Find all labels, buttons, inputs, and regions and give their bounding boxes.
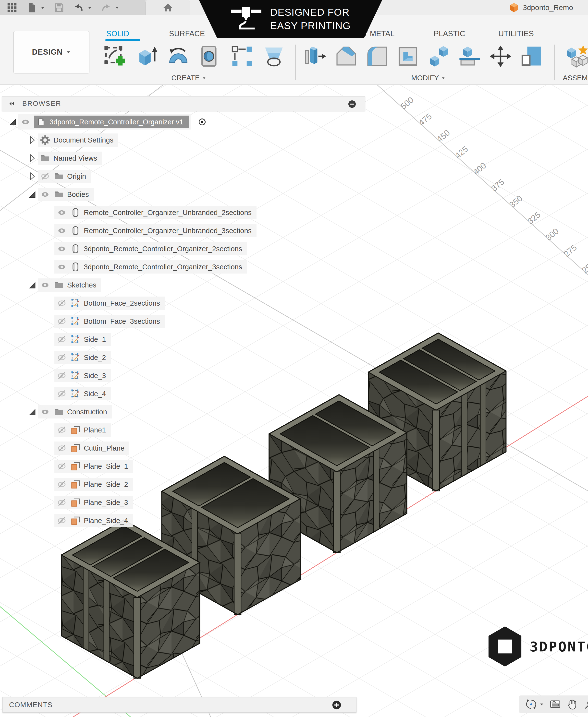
- tree-label[interactable]: Origin: [67, 172, 86, 180]
- selected-node-box[interactable]: 3dponto_Remote_Controller_Organizer v1: [34, 115, 189, 128]
- tree-label[interactable]: Document Settings: [54, 136, 113, 144]
- document-tab[interactable]: 3dponto_Remo: [509, 0, 573, 15]
- loft-tool-button[interactable]: [260, 43, 287, 70]
- comments-bar[interactable]: COMMENTS: [2, 697, 356, 713]
- tree-label[interactable]: Plane1: [84, 426, 106, 434]
- pan-icon[interactable]: [566, 698, 578, 710]
- tree-label[interactable]: Plane_Side_4: [84, 517, 128, 525]
- tree-label[interactable]: Side_1: [84, 335, 106, 344]
- tree-row-named-views[interactable]: Named Views: [2, 149, 365, 167]
- tree-row-side-1[interactable]: Side_1: [2, 330, 365, 348]
- tree-node[interactable]: Side_4: [55, 387, 111, 400]
- chevron-down-icon[interactable]: [87, 5, 92, 10]
- save-icon[interactable]: [54, 2, 65, 13]
- tree-node[interactable]: Plane_Side_3: [55, 496, 133, 509]
- tree-row-construction[interactable]: Construction: [2, 403, 365, 421]
- hidden-eye-icon[interactable]: [56, 316, 67, 327]
- tree-label[interactable]: 3dponto_Remote_Controller_Organizer_3sec…: [84, 263, 242, 271]
- tree-label[interactable]: Side_2: [84, 354, 106, 362]
- tree-row-remote-controller-organizer-unbranded-2s[interactable]: Remote_Controller_Organizer_Unbranded_2s…: [2, 203, 365, 222]
- hidden-eye-icon[interactable]: [56, 352, 67, 363]
- expander-collapsed[interactable]: [26, 134, 38, 146]
- tree-node[interactable]: Plane_Side_4: [55, 514, 133, 527]
- tree-label[interactable]: Side_4: [84, 390, 106, 398]
- document-tab-label[interactable]: 3dponto_Remo: [523, 3, 573, 12]
- tree-label[interactable]: Bottom_Face_2sections: [84, 299, 160, 307]
- tree-label[interactable]: Named Views: [54, 154, 97, 162]
- tab-utilities[interactable]: UTILITIES: [498, 29, 534, 38]
- new-component-tool-button[interactable]: [564, 43, 588, 70]
- tree-node[interactable]: Remote_Controller_Organizer_Unbranded_2s…: [55, 206, 256, 219]
- group-label-create[interactable]: CREATE: [171, 74, 206, 82]
- expander-collapsed[interactable]: [26, 153, 38, 164]
- hidden-eye-icon[interactable]: [56, 461, 67, 472]
- tree-row-3dponto-remote-controller-organizer-v1[interactable]: 3dponto_Remote_Controller_Organizer v1: [2, 113, 365, 131]
- tree-row-plane-side-2[interactable]: Plane_Side_2: [2, 475, 365, 494]
- caret-icon[interactable]: [540, 702, 544, 707]
- browser-minimize-button[interactable]: [348, 100, 357, 109]
- expander-expanded[interactable]: [26, 279, 38, 291]
- tree-label[interactable]: 3dponto_Remote_Controller_Organizer_2sec…: [84, 245, 242, 253]
- tree-node[interactable]: Cuttin_Plane: [55, 441, 129, 455]
- revolve-tool-button[interactable]: [165, 43, 192, 70]
- hidden-eye-icon[interactable]: [56, 425, 67, 435]
- tree-row-bottom-face-3sections[interactable]: Bottom_Face_3sections: [2, 312, 365, 330]
- home-icon[interactable]: [163, 2, 173, 13]
- extrude-tool-button[interactable]: [133, 43, 160, 70]
- tree-label[interactable]: Plane_Side_1: [84, 462, 128, 471]
- tree-node[interactable]: Plane_Side_2: [55, 478, 133, 491]
- tree-node[interactable]: Plane1: [55, 423, 111, 437]
- visibility-eye-icon[interactable]: [56, 243, 67, 254]
- hidden-eye-icon[interactable]: [56, 479, 67, 490]
- visibility-eye-icon[interactable]: [40, 189, 50, 200]
- tree-node[interactable]: Named Views: [38, 152, 102, 165]
- tree-label[interactable]: Remote_Controller_Organizer_Unbranded_3s…: [84, 227, 252, 235]
- chevrons-left-icon[interactable]: [7, 100, 16, 108]
- tree-node[interactable]: Bodies: [38, 188, 94, 201]
- visibility-eye-icon[interactable]: [40, 407, 50, 417]
- tree-row-remote-controller-organizer-unbranded-3s[interactable]: Remote_Controller_Organizer_Unbranded_3s…: [2, 222, 365, 240]
- move-tool-button[interactable]: [487, 43, 514, 70]
- tree-label[interactable]: Plane_Side_2: [84, 480, 128, 488]
- undo-icon[interactable]: [73, 2, 84, 13]
- tree-row-sketches[interactable]: Sketches: [2, 276, 365, 294]
- tree-row-plane1[interactable]: Plane1: [2, 421, 365, 439]
- tab-solid[interactable]: SOLID: [106, 29, 129, 38]
- group-label-assemble[interactable]: ASSEMBLE: [563, 74, 588, 82]
- chamfer-tool-button[interactable]: [333, 43, 360, 70]
- hole-tool-button[interactable]: [197, 43, 224, 70]
- tab-plastic[interactable]: PLASTIC: [434, 29, 465, 38]
- visibility-eye-icon[interactable]: [56, 225, 67, 236]
- tree-node[interactable]: Sketches: [38, 278, 101, 292]
- tree-row-3dponto-remote-controller-organizer-2sec[interactable]: 3dponto_Remote_Controller_Organizer_2sec…: [2, 240, 365, 258]
- tree-label[interactable]: Plane_Side_3: [84, 499, 128, 507]
- tree-label[interactable]: Cuttin_Plane: [84, 444, 124, 452]
- tree-row-plane-side-1[interactable]: Plane_Side_1: [2, 457, 365, 475]
- press-pull-tool-button[interactable]: [302, 43, 329, 70]
- tree-node[interactable]: 3dponto_Remote_Controller_Organizer_2sec…: [55, 242, 247, 255]
- hidden-eye-icon[interactable]: [56, 334, 67, 345]
- hidden-eye-icon[interactable]: [56, 443, 67, 454]
- tab-surface[interactable]: SURFACE: [169, 29, 205, 38]
- tree-row-origin[interactable]: Origin: [2, 167, 365, 186]
- hidden-eye-icon[interactable]: [56, 370, 67, 381]
- expander-expanded[interactable]: [26, 189, 38, 200]
- hidden-eye-icon[interactable]: [56, 515, 67, 526]
- tree-node[interactable]: Plane_Side_1: [55, 460, 133, 473]
- tree-node[interactable]: Document Settings: [38, 133, 118, 147]
- activate-component-radio[interactable]: [196, 116, 208, 128]
- tree-label[interactable]: 3dponto_Remote_Controller_Organizer v1: [49, 118, 183, 126]
- visibility-eye-icon[interactable]: [20, 116, 31, 127]
- tree-row-cuttin-plane[interactable]: Cuttin_Plane: [2, 439, 365, 457]
- tree-node[interactable]: Side_1: [55, 333, 111, 346]
- tree-row-plane-side-3[interactable]: Plane_Side_3: [2, 494, 365, 512]
- tree-label[interactable]: Bottom_Face_3sections: [84, 317, 160, 325]
- tree-row-side-3[interactable]: Side_3: [2, 367, 365, 385]
- tree-label[interactable]: Remote_Controller_Organizer_Unbranded_2s…: [84, 209, 252, 217]
- tree-row-side-2[interactable]: Side_2: [2, 348, 365, 367]
- hidden-eye-icon[interactable]: [40, 171, 50, 182]
- design-menu-button[interactable]: DESIGN: [14, 31, 89, 73]
- split-body-tool-button[interactable]: [456, 43, 483, 70]
- root-node[interactable]: 3dponto_Remote_Controller_Organizer v1: [18, 114, 191, 130]
- sketch-tool-button[interactable]: [101, 43, 128, 70]
